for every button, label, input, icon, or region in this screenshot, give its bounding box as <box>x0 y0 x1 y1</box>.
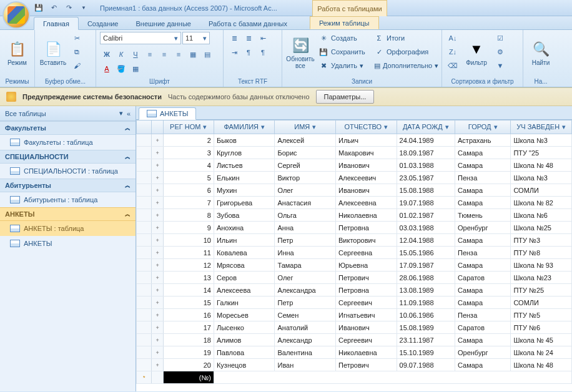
table-row[interactable]: +17ЛысенкоАнатолийИванович15.08.1989Сара… <box>137 321 572 334</box>
cell[interactable]: СОМЛИ <box>511 296 572 309</box>
cell[interactable]: ПТУ №3 <box>511 234 572 247</box>
numbering-button[interactable]: ≣ <box>242 32 255 44</box>
fill-color-button[interactable]: 🪣 <box>114 62 128 75</box>
cell[interactable]: 01.03.1988 <box>397 159 455 172</box>
expand-button[interactable]: + <box>152 184 163 197</box>
table-row[interactable]: +11КовалеваИннаСергеевна15.05.1986ПензаП… <box>137 247 572 259</box>
cell[interactable]: ПТУ №5 <box>511 309 572 321</box>
cell[interactable]: 18.09.1987 <box>397 147 455 159</box>
altrow-button[interactable]: ▤ <box>200 48 214 61</box>
cell[interactable]: Петр <box>275 296 336 309</box>
cell[interactable]: 01.02.1987 <box>397 209 455 222</box>
row-selector[interactable] <box>137 197 152 209</box>
expand-button[interactable]: + <box>152 259 163 272</box>
cell[interactable]: Оренбург <box>455 222 511 234</box>
column-header[interactable]: ОТЧЕСТВО▾ <box>336 120 397 134</box>
table-row[interactable]: +3КругловБорисМакарович18.09.1987СамараП… <box>137 147 572 159</box>
nav-item[interactable]: Факультеты : таблица <box>0 135 136 150</box>
expand-button[interactable]: + <box>152 321 163 334</box>
cell[interactable]: 9 <box>163 222 214 234</box>
cell[interactable]: Иванович <box>336 321 397 334</box>
cell[interactable]: 09.07.1988 <box>397 359 455 371</box>
italic-button[interactable]: К <box>114 48 128 61</box>
spelling-button[interactable]: ✓Орфография <box>373 46 438 58</box>
column-header[interactable]: ИМЯ▾ <box>275 120 336 134</box>
row-selector[interactable] <box>137 334 152 346</box>
paste-button[interactable]: 📄 Вставить <box>39 32 67 74</box>
selection-filter-button[interactable]: ☑ <box>493 32 507 44</box>
cell[interactable]: Школа № 82 <box>511 197 572 209</box>
column-header[interactable]: РЕГ НОМ▾ <box>163 120 214 134</box>
cell[interactable]: Пенза <box>455 309 511 321</box>
expand-button[interactable]: + <box>152 159 163 172</box>
cell[interactable]: Николаевна <box>336 346 397 359</box>
collapse-icon[interactable]: « <box>127 110 131 117</box>
tab-dbwork[interactable]: Работа с базами данных <box>200 17 296 29</box>
expand-button[interactable]: + <box>152 284 163 296</box>
table-row[interactable]: +20КузнецовИванПетрович09.07.1988СамараШ… <box>137 359 572 371</box>
row-selector[interactable] <box>137 346 152 359</box>
font-color-button[interactable]: A <box>100 62 114 75</box>
cell[interactable]: 16 <box>163 309 214 321</box>
cell[interactable]: 17.09.1987 <box>397 259 455 272</box>
cell[interactable]: Викторович <box>336 234 397 247</box>
row-selector[interactable] <box>137 321 152 334</box>
cell[interactable]: Самара <box>455 234 511 247</box>
cell[interactable]: Петровна <box>336 284 397 296</box>
cell[interactable]: Ольга <box>275 209 336 222</box>
cell[interactable]: Макарович <box>336 147 397 159</box>
cell[interactable]: Алексей <box>275 134 336 147</box>
cell[interactable]: Круглов <box>214 147 275 159</box>
row-selector[interactable] <box>137 296 152 309</box>
cell[interactable]: 8 <box>163 209 214 222</box>
cell[interactable]: Лысенко <box>214 321 275 334</box>
row-selector[interactable] <box>137 172 152 184</box>
cell[interactable]: Пенза <box>455 172 511 184</box>
cell[interactable]: Иван <box>275 359 336 371</box>
cell[interactable]: 13 <box>163 272 214 284</box>
row-selector[interactable] <box>137 309 152 321</box>
cell[interactable]: Моресьев <box>214 309 275 321</box>
cell[interactable]: Анастасия <box>275 197 336 209</box>
nav-item[interactable]: Абитурьенты : таблица <box>0 192 136 207</box>
cell[interactable]: Анатолий <box>275 321 336 334</box>
cell[interactable]: Игнатьевич <box>336 309 397 321</box>
cell[interactable]: Борис <box>275 147 336 159</box>
table-row[interactable]: +12МрясоваТамараЮрьевна17.09.1987СамараШ… <box>137 259 572 272</box>
table-row[interactable]: +10ИльинПетрВикторович12.04.1988СамараПТ… <box>137 234 572 247</box>
cell[interactable]: 19.07.1988 <box>397 197 455 209</box>
cell[interactable]: 2 <box>163 134 214 147</box>
cell[interactable]: Самара <box>455 159 511 172</box>
cell[interactable]: Школа №25 <box>511 222 572 234</box>
cell[interactable]: Самара <box>455 184 511 197</box>
cell[interactable]: 19 <box>163 346 214 359</box>
table-row[interactable]: +5ЕлькинВикторАлексеевич23.05.1987ПензаШ… <box>137 172 572 184</box>
expand-button[interactable]: + <box>152 359 163 371</box>
table-row[interactable]: +14АлексееваАлександраПетровна13.08.1989… <box>137 284 572 296</box>
cell[interactable]: 14 <box>163 284 214 296</box>
cell[interactable]: Самара <box>455 284 511 296</box>
cell[interactable]: Школа № 48 <box>511 359 572 371</box>
nav-group-header[interactable]: АНКЕТЫ︽ <box>0 207 136 221</box>
cell[interactable]: Школа №3 <box>511 134 572 147</box>
dropdown-icon[interactable]: ▾ <box>445 123 449 130</box>
cell[interactable]: Самара <box>455 259 511 272</box>
cell[interactable]: Елькин <box>214 172 275 184</box>
cell[interactable]: Саратов <box>455 321 511 334</box>
more-button[interactable]: ▤Дополнительно ▾ <box>373 59 438 72</box>
cell[interactable]: Тамара <box>275 259 336 272</box>
row-selector[interactable] <box>137 247 152 259</box>
row-selector[interactable] <box>137 259 152 272</box>
tab-tablemode[interactable]: Режим таблицы <box>310 16 379 29</box>
cell[interactable]: СОМЛИ <box>511 184 572 197</box>
cell[interactable]: ПТУ "25 <box>511 147 572 159</box>
expand-button[interactable]: + <box>152 172 163 184</box>
row-selector[interactable] <box>137 284 152 296</box>
cell[interactable]: 15.08.1988 <box>397 184 455 197</box>
cell[interactable]: Школа № 93 <box>511 259 572 272</box>
expand-button[interactable]: + <box>152 222 163 234</box>
qat-more-icon[interactable]: ▼ <box>79 3 89 13</box>
expand-button[interactable]: + <box>152 247 163 259</box>
cell[interactable]: Быков <box>214 134 275 147</box>
cell[interactable]: Иванович <box>336 184 397 197</box>
